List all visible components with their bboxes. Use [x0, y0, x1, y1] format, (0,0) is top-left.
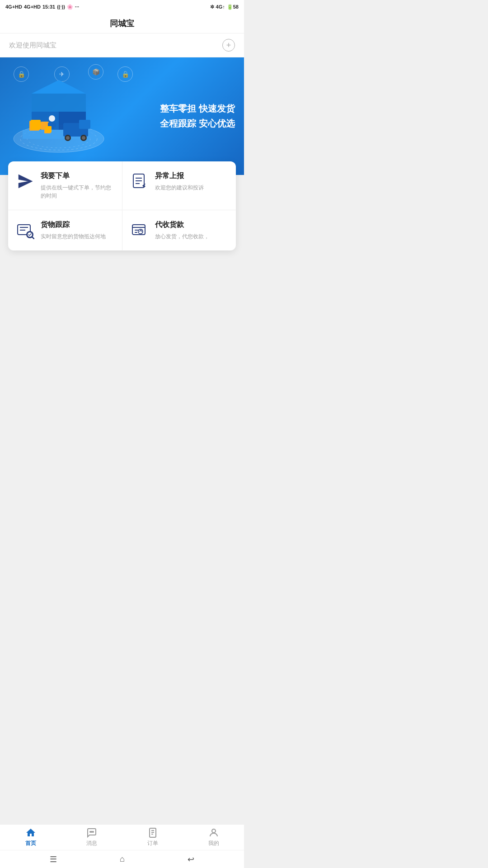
service-info-report: 异常上报 欢迎您的建议和投诉	[155, 171, 204, 192]
signal-text: 4G+HD	[5, 4, 22, 9]
service-info-tracking: 货物跟踪 实时留意您的货物抵达何地	[41, 220, 106, 241]
service-info-cod: 代收货款 放心发货，代您收款，	[155, 220, 209, 241]
status-right: ✲ 4G↑ 🔋58	[210, 4, 239, 10]
services-row-bottom: 货物跟踪 实时留意您的货物抵达何地 代收货款 放心发货，代您收款，	[8, 210, 236, 250]
svg-point-17	[49, 115, 55, 122]
banner-line2: 全程跟踪 安心优选	[117, 118, 235, 130]
service-desc-tracking: 实时留意您的货物抵达何地	[41, 232, 106, 241]
service-item-order[interactable]: 我要下单 提供在线一键式下单，节约您的时间	[8, 161, 122, 210]
service-item-report[interactable]: 异常上报 欢迎您的建议和投诉	[122, 161, 236, 210]
main-content	[0, 250, 244, 386]
svg-rect-22	[45, 126, 52, 132]
svg-marker-4	[32, 80, 86, 94]
service-title-tracking: 货物跟踪	[41, 220, 106, 230]
wifi-icon: ((·))	[57, 4, 65, 9]
banner-text: 整车零担 快速发货 全程跟踪 安心优选	[117, 103, 235, 130]
extra-icon: 🌸	[67, 4, 73, 10]
welcome-text: 欢迎使用同城宝	[9, 41, 56, 50]
service-title-report: 异常上报	[155, 171, 204, 181]
tracking-icon	[15, 220, 35, 240]
welcome-bar: 欢迎使用同城宝 +	[0, 33, 244, 57]
plus-button[interactable]: +	[222, 39, 235, 52]
svg-point-16	[82, 136, 85, 140]
banner-illustration	[9, 66, 117, 166]
battery-icon: 🔋58	[227, 4, 239, 10]
send-icon	[15, 171, 35, 191]
services-row-top: 我要下单 提供在线一键式下单，节约您的时间 异常上报 欢迎您的建议和投诉	[8, 161, 236, 210]
service-item-cod[interactable]: 代收货款 放心发货，代您收款，	[122, 210, 236, 250]
network-text: 4G↑	[216, 4, 225, 9]
svg-rect-12	[79, 120, 90, 129]
service-desc-order: 提供在线一键式下单，节约您的时间	[41, 184, 115, 200]
service-title-cod: 代收货款	[155, 220, 209, 230]
time: 15:31	[42, 4, 55, 9]
report-icon	[130, 171, 150, 191]
dots-icon: ···	[75, 4, 79, 9]
cod-icon	[130, 220, 150, 240]
services-container: 我要下单 提供在线一键式下单，节约您的时间 异常上报 欢迎您的建议和投诉	[8, 161, 236, 250]
svg-rect-9	[31, 120, 41, 130]
service-desc-report: 欢迎您的建议和投诉	[155, 184, 204, 192]
status-left: 4G+HD 4G+HD 15:31 ((·)) 🌸 ···	[5, 4, 79, 10]
service-desc-cod: 放心发货，代您收款，	[155, 232, 209, 241]
bluetooth-icon: ✲	[210, 4, 214, 10]
status-bar: 4G+HD 4G+HD 15:31 ((·)) 🌸 ··· ✲ 4G↑ 🔋58	[0, 0, 244, 14]
header: 同城宝	[0, 14, 244, 33]
service-item-tracking[interactable]: 货物跟踪 实时留意您的货物抵达何地	[8, 210, 122, 250]
svg-point-14	[66, 136, 70, 140]
float-check-icon: 🔒	[117, 66, 133, 82]
signal-text2: 4G+HD	[24, 4, 41, 9]
svg-rect-20	[53, 123, 56, 127]
svg-line-29	[32, 237, 34, 239]
service-info-order: 我要下单 提供在线一键式下单，节约您的时间	[41, 171, 115, 200]
banner-line1: 整车零担 快速发货	[117, 103, 235, 115]
banner: 🔒 ✈ 📦 🔒	[0, 57, 244, 175]
page-title: 同城宝	[110, 18, 134, 29]
service-title-order: 我要下单	[41, 171, 115, 181]
